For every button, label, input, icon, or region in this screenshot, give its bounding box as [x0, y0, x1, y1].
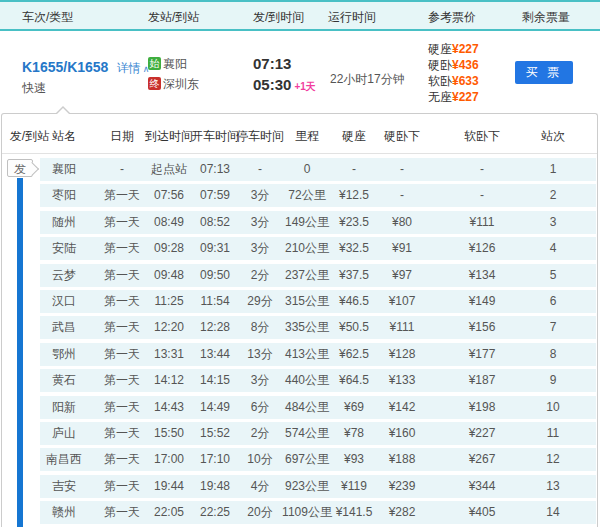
- cell-hard-seat-price: ¥12.5: [329, 184, 379, 207]
- cell-hard-sleeper-price: ¥111: [375, 316, 429, 339]
- col-depart-arrive-time: 发/到时间: [253, 9, 304, 26]
- cell-date: 第一天: [97, 290, 147, 313]
- cell-distance: 315公里: [278, 290, 336, 313]
- cell-hard-sleeper-price: ¥80: [375, 211, 429, 234]
- stop-row: 赣州 第一天 22:05 22:25 20分 1109公里 ¥141.5 ¥28…: [2, 501, 597, 524]
- hdr-station-name: 站名: [39, 128, 89, 145]
- terminal-station: 深圳东: [163, 77, 199, 91]
- cell-station: 襄阳: [39, 158, 89, 181]
- cell-hard-sleeper-price: ¥142: [375, 396, 429, 419]
- cell-soft-sleeper-price: ¥267: [452, 448, 512, 471]
- cell-soft-sleeper-price: ¥187: [452, 369, 512, 392]
- cell-arrive-time: 09:48: [144, 264, 194, 287]
- stop-row: 安陆 第一天 09:28 09:31 3分 210公里 ¥32.5 ¥91 ¥1…: [2, 237, 597, 260]
- cell-stop-index: 1: [526, 158, 580, 181]
- stop-row: 庐山 第一天 15:50 15:52 2分 574公里 ¥78 ¥160 ¥22…: [2, 422, 597, 445]
- cell-date: 第一天: [97, 475, 147, 498]
- cell-station: 枣阳: [39, 184, 89, 207]
- cell-distance: 697公里: [278, 448, 336, 471]
- stop-row: 阳新 第一天 14:43 14:49 6分 484公里 ¥69 ¥142 ¥19…: [2, 396, 597, 419]
- cell-arrive-time: 11:25: [144, 290, 194, 313]
- cell-soft-sleeper-price: ¥227: [452, 422, 512, 445]
- col-remaining-tickets: 剩余票量: [522, 9, 570, 26]
- cell-stop-index: 3: [526, 211, 580, 234]
- hdr-arrive-time: 到达时间: [144, 128, 194, 145]
- cell-station: 黄石: [39, 369, 89, 392]
- stops-panel: 发/到站 站名 日期 到达时间 开车时间 停车时间 里程 硬座 硬卧下 软卧下 …: [1, 113, 598, 527]
- cell-hard-sleeper-price: ¥107: [375, 290, 429, 313]
- stop-row: 黄石 第一天 14:12 14:15 3分 440公里 ¥64.5 ¥133 ¥…: [2, 369, 597, 392]
- buy-ticket-button[interactable]: 买 票: [515, 61, 573, 84]
- cell-hard-sleeper-price: ¥91: [375, 237, 429, 260]
- cell-distance: 210公里: [278, 237, 336, 260]
- cell-station: 庐山: [39, 422, 89, 445]
- cell-arrive-time: 22:05: [144, 501, 194, 524]
- hdr-stop-index: 站次: [526, 128, 580, 145]
- price-line-soft-sleeper: 软卧¥633: [428, 73, 479, 89]
- cell-hard-seat-price: ¥46.5: [329, 290, 379, 313]
- cell-station: 南昌西: [39, 448, 89, 471]
- cell-stop-index: 7: [526, 316, 580, 339]
- cell-hard-seat-price: ¥69: [329, 396, 379, 419]
- cell-stop-index: 9: [526, 369, 580, 392]
- hdr-distance: 里程: [278, 128, 336, 145]
- route-timeline: [17, 178, 23, 527]
- cell-distance: 484公里: [278, 396, 336, 419]
- stop-row: 吉安 第一天 19:44 19:48 4分 923公里 ¥119 ¥239 ¥3…: [2, 475, 597, 498]
- cell-soft-sleeper-price: ¥156: [452, 316, 512, 339]
- cell-stop-index: 2: [526, 184, 580, 207]
- cell-hard-seat-price: ¥78: [329, 422, 379, 445]
- cell-date: 第一天: [97, 211, 147, 234]
- hdr-soft-sleeper: 软卧下: [452, 128, 512, 145]
- cell-distance: 72公里: [278, 184, 336, 207]
- cell-hard-seat-price: ¥64.5: [329, 369, 379, 392]
- cell-date: 第一天: [97, 396, 147, 419]
- cell-depart-time: 09:50: [190, 264, 240, 287]
- cell-hard-sleeper-price: ¥188: [375, 448, 429, 471]
- train-summary-row: K1655/K1658 详情∧ 快速 始襄阳 终深圳东 07:13 05:30+…: [0, 31, 600, 113]
- cell-distance: 149公里: [278, 211, 336, 234]
- cell-hard-seat-price: ¥119: [329, 475, 379, 498]
- stop-row: 武昌 第一天 12:20 12:28 8分 335公里 ¥50.5 ¥111 ¥…: [2, 316, 597, 339]
- travel-duration: 22小时17分钟: [330, 71, 405, 88]
- detail-toggle-link[interactable]: 详情∧: [117, 61, 150, 75]
- cell-soft-sleeper-price: -: [452, 158, 512, 181]
- cell-depart-time: 09:31: [190, 237, 240, 260]
- stop-row: 襄阳 - 起点站 07:13 - 0 - - - 1: [2, 158, 597, 181]
- cell-depart-time: 11:54: [190, 290, 240, 313]
- cell-depart-time: 14:15: [190, 369, 240, 392]
- cell-date: 第一天: [97, 501, 147, 524]
- cell-arrive-time: 07:56: [144, 184, 194, 207]
- time-block: 07:13 05:30+1天: [253, 53, 316, 97]
- cell-arrive-time: 起点站: [144, 158, 194, 181]
- cell-hard-sleeper-price: ¥128: [375, 343, 429, 366]
- stops-table-header: 发/到站 站名 日期 到达时间 开车时间 停车时间 里程 硬座 硬卧下 软卧下 …: [2, 114, 597, 154]
- cell-soft-sleeper-price: ¥111: [452, 211, 512, 234]
- cell-hard-sleeper-price: -: [375, 184, 429, 207]
- cell-arrive-time: 12:20: [144, 316, 194, 339]
- cell-station: 武昌: [39, 316, 89, 339]
- cell-date: -: [97, 158, 147, 181]
- cell-date: 第一天: [97, 264, 147, 287]
- stop-row: 随州 第一天 08:49 08:52 3分 149公里 ¥23.5 ¥80 ¥1…: [2, 211, 597, 234]
- cell-hard-seat-price: ¥141.5: [329, 501, 379, 524]
- train-number: K1655/K1658: [22, 59, 108, 75]
- cell-soft-sleeper-price: ¥149: [452, 290, 512, 313]
- station-block: 始襄阳 终深圳东: [148, 54, 199, 94]
- stop-row: 汉口 第一天 11:25 11:54 29分 315公里 ¥46.5 ¥107 …: [2, 290, 597, 313]
- cell-hard-sleeper-price: ¥160: [375, 422, 429, 445]
- origin-station: 襄阳: [163, 57, 187, 71]
- price-line-hard-seat: 硬座¥227: [428, 41, 479, 57]
- cell-station: 汉口: [39, 290, 89, 313]
- train-type-label: 快速: [22, 80, 46, 97]
- cell-date: 第一天: [97, 422, 147, 445]
- cell-hard-seat-price: -: [329, 158, 379, 181]
- cell-stop-index: 10: [526, 396, 580, 419]
- cell-stop-index: 8: [526, 343, 580, 366]
- hdr-depart-time: 开车时间: [190, 128, 240, 145]
- cell-date: 第一天: [97, 237, 147, 260]
- cell-distance: 413公里: [278, 343, 336, 366]
- end-badge-icon: 终: [148, 77, 161, 90]
- cell-arrive-time: 15:50: [144, 422, 194, 445]
- cell-depart-time: 14:49: [190, 396, 240, 419]
